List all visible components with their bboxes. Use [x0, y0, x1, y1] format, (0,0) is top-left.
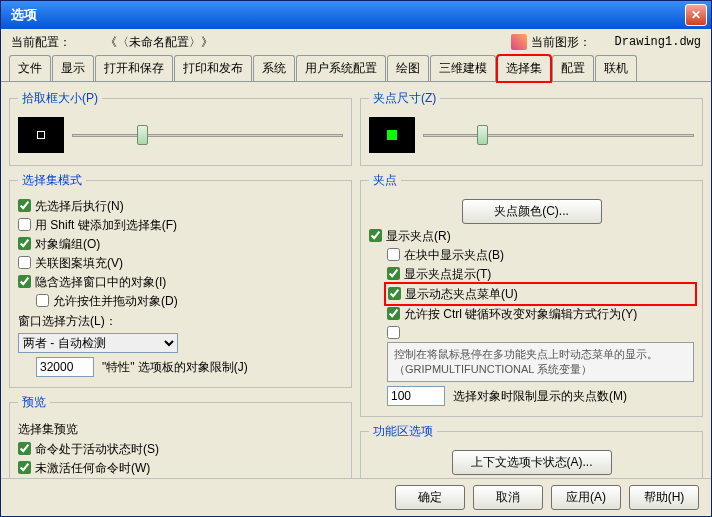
selection-mode-legend: 选择集模式: [18, 172, 86, 189]
tab-drafting[interactable]: 绘图: [387, 55, 429, 81]
grips-group: 夹点 夹点颜色(C)... 显示夹点(R) 在块中显示夹点(B) 显示夹点提示(…: [360, 172, 703, 417]
cancel-button[interactable]: 取消: [473, 485, 543, 510]
ribbon-group: 功能区选项 上下文选项卡状态(A)...: [360, 423, 703, 478]
properties-limit-label: "特性" 选项板的对象限制(J): [102, 359, 248, 376]
shift-add-checkbox[interactable]: [18, 218, 31, 231]
grips-legend: 夹点: [369, 172, 401, 189]
window-method-label: 窗口选择方法(L)：: [18, 313, 343, 330]
show-grips-checkbox[interactable]: [369, 229, 382, 242]
object-group-checkbox[interactable]: [18, 237, 31, 250]
grip-limit-input[interactable]: [387, 386, 445, 406]
current-profile-label: 当前配置：: [11, 34, 71, 51]
noun-verb-checkbox[interactable]: [18, 199, 31, 212]
gripsize-slider[interactable]: [423, 123, 694, 147]
tab-bar: 文件 显示 打开和保存 打印和发布 系统 用户系统配置 绘图 三维建模 选择集 …: [1, 55, 711, 82]
pickbox-group: 拾取框大小(P): [9, 90, 352, 166]
tab-system[interactable]: 系统: [253, 55, 295, 81]
grips-in-block-checkbox[interactable]: [387, 248, 400, 261]
grip-preview: [369, 117, 415, 153]
grip-multifunc-checkbox[interactable]: [387, 326, 400, 339]
press-drag-checkbox[interactable]: [36, 294, 49, 307]
tab-plot[interactable]: 打印和发布: [174, 55, 252, 81]
pickbox-preview: [18, 117, 64, 153]
window-title: 选项: [5, 6, 685, 24]
tab-user-prefs[interactable]: 用户系统配置: [296, 55, 386, 81]
contextual-tab-button[interactable]: 上下文选项卡状态(A)...: [452, 450, 612, 475]
drawing-icon: [511, 34, 527, 50]
selection-preview-sub: 选择集预览: [18, 421, 343, 438]
gripsize-legend: 夹点尺寸(Z): [369, 90, 440, 107]
window-method-select[interactable]: 两者 - 自动检测: [18, 333, 178, 353]
tab-files[interactable]: 文件: [9, 55, 51, 81]
help-button[interactable]: 帮助(H): [629, 485, 699, 510]
tab-selection[interactable]: 选择集: [497, 55, 551, 82]
tab-3d[interactable]: 三维建模: [430, 55, 496, 81]
preview-active-checkbox[interactable]: [18, 442, 31, 455]
current-drawing-label: 当前图形：: [531, 34, 591, 51]
implied-window-checkbox[interactable]: [18, 275, 31, 288]
selection-mode-group: 选择集模式 先选择后执行(N) 用 Shift 键添加到选择集(F) 对象编组(…: [9, 172, 352, 388]
preview-group: 预览 选择集预览 命令处于活动状态时(S) 未激活任何命令时(W) 视觉效果设置…: [9, 394, 352, 478]
grip-multifunc-note: 控制在将鼠标悬停在多功能夹点上时动态菜单的显示。（GRIPMULTIFUNCTI…: [387, 342, 694, 382]
ok-button[interactable]: 确定: [395, 485, 465, 510]
grip-limit-label: 选择对象时限制显示的夹点数(M): [453, 388, 627, 405]
apply-button[interactable]: 应用(A): [551, 485, 621, 510]
preview-inactive-checkbox[interactable]: [18, 461, 31, 474]
tab-profiles[interactable]: 配置: [552, 55, 594, 81]
tab-online[interactable]: 联机: [595, 55, 637, 81]
tab-display[interactable]: 显示: [52, 55, 94, 81]
dynamic-grip-menu-checkbox[interactable]: [388, 287, 401, 300]
pickbox-slider[interactable]: [72, 123, 343, 147]
current-drawing-value: Drawing1.dwg: [615, 35, 701, 49]
ribbon-legend: 功能区选项: [369, 423, 437, 440]
close-icon[interactable]: ✕: [685, 4, 707, 26]
current-profile-value: 《〈未命名配置〉》: [105, 34, 213, 51]
grip-color-button[interactable]: 夹点颜色(C)...: [462, 199, 602, 224]
tab-open-save[interactable]: 打开和保存: [95, 55, 173, 81]
assoc-hatch-checkbox[interactable]: [18, 256, 31, 269]
ctrl-cycle-checkbox[interactable]: [387, 307, 400, 320]
gripsize-group: 夹点尺寸(Z): [360, 90, 703, 166]
preview-legend: 预览: [18, 394, 50, 411]
grip-tips-checkbox[interactable]: [387, 267, 400, 280]
properties-limit-input[interactable]: [36, 357, 94, 377]
pickbox-legend: 拾取框大小(P): [18, 90, 102, 107]
